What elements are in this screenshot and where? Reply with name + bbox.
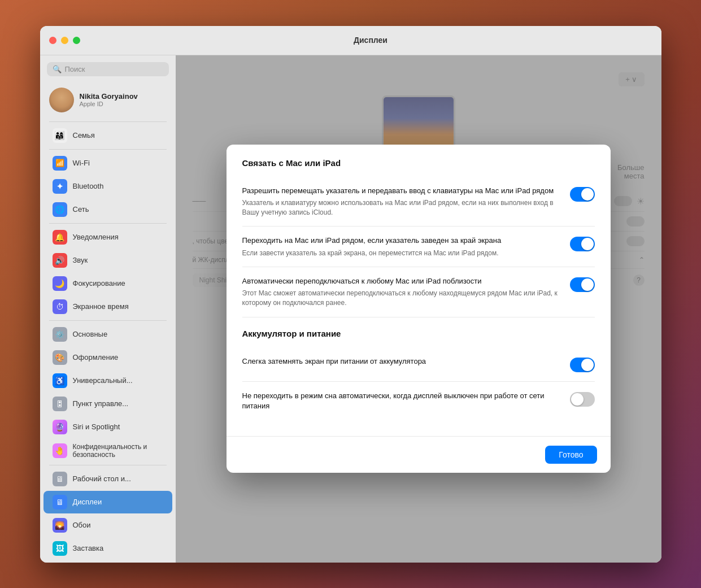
section-separator bbox=[242, 317, 595, 329]
sidebar-item-wallpaper[interactable]: 🌄 Обои bbox=[43, 514, 172, 537]
basic-icon: ⚙️ bbox=[53, 327, 67, 342]
sidebar-item-desktop[interactable]: 🖥 Рабочий стол и... bbox=[43, 468, 172, 490]
modal-item-goto-edge: Переходить на Mac или iPad рядом, если у… bbox=[242, 227, 595, 267]
section2-title: Аккумулятор и питание bbox=[242, 329, 595, 338]
user-info: Nikita Goryainov Apple ID bbox=[80, 92, 138, 107]
modal-overlay: Связать с Mac или iPad Разрешить перемещ… bbox=[176, 55, 661, 563]
toggle-auto-reconnect[interactable] bbox=[570, 277, 595, 292]
modal-item-text: Не переходить в режим сна автоматически,… bbox=[242, 391, 559, 413]
item3-title: Автоматически переподключаться к любому … bbox=[242, 276, 559, 286]
sound-icon: 🔊 bbox=[53, 253, 67, 268]
modal-item-text: Переходить на Mac или iPad рядом, если у… bbox=[242, 236, 559, 258]
sidebar-item-battery[interactable]: 🔋 Аккумулятор bbox=[43, 560, 172, 563]
screensaver-icon: 🖼 bbox=[53, 541, 67, 556]
minimize-button[interactable] bbox=[61, 37, 68, 44]
main-window: Дисплеи 🔍 Поиск Nikita Goryainov Apple I… bbox=[40, 26, 661, 563]
network-icon: 🌐 bbox=[53, 202, 67, 217]
sidebar-item-network[interactable]: 🌐 Сеть bbox=[43, 198, 172, 221]
siri-icon: 🔮 bbox=[53, 420, 67, 434]
notifications-icon: 🔔 bbox=[53, 230, 67, 245]
sidebar-item-appearance[interactable]: 🎨 Оформление bbox=[43, 346, 172, 369]
focus-icon: 🌙 bbox=[53, 276, 67, 291]
toggle-allow-pointer[interactable] bbox=[570, 187, 595, 202]
privacy-icon: 🤚 bbox=[53, 443, 67, 458]
sidebar-item-siri[interactable]: 🔮 Siri и Spotlight bbox=[43, 416, 172, 438]
content-area: 🔍 Поиск Nikita Goryainov Apple ID 👨‍👩‍👧 … bbox=[40, 55, 661, 563]
sidebar-item-label: Фокусирование bbox=[73, 279, 125, 288]
search-icon: 🔍 bbox=[53, 65, 62, 73]
sidebar-item-notifications[interactable]: 🔔 Уведомления bbox=[43, 226, 172, 249]
user-name: Nikita Goryainov bbox=[80, 92, 138, 101]
toggle-thumb bbox=[581, 238, 594, 250]
item1-desc: Указатель и клавиатуру можно использоват… bbox=[242, 198, 559, 217]
sidebar-item-universal[interactable]: ♿ Универсальный... bbox=[43, 369, 172, 392]
sidebar-item-displays[interactable]: 🖥 Дисплеи bbox=[43, 491, 172, 513]
sidebar-item-screentime[interactable]: ⏱ Экранное время bbox=[43, 295, 172, 318]
modal-item-no-sleep: Не переходить в режим сна автоматически,… bbox=[242, 382, 595, 423]
sidebar-item-label: Wi-Fi bbox=[73, 159, 90, 167]
toggle-thumb bbox=[581, 278, 594, 291]
sidebar-item-label: Уведомления bbox=[73, 233, 119, 241]
sidebar-item-label: Звук bbox=[73, 256, 88, 264]
toggle-thumb bbox=[581, 188, 594, 201]
modal-item-allow-pointer: Разрешить перемещать указатель и передав… bbox=[242, 177, 595, 227]
modal-item-text: Автоматически переподключаться к любому … bbox=[242, 276, 559, 308]
sidebar-item-control[interactable]: 🎛 Пункт управле... bbox=[43, 393, 172, 415]
sidebar-item-basic[interactable]: ⚙️ Основные bbox=[43, 323, 172, 346]
family-icon: 👨‍👩‍👧 bbox=[53, 128, 67, 143]
sidebar-item-bluetooth[interactable]: ✦ Bluetooth bbox=[43, 175, 172, 198]
sidebar-item-semya[interactable]: 👨‍👩‍👧 Семья bbox=[43, 124, 172, 147]
modal-item-text: Разрешить перемещать указатель и передав… bbox=[242, 186, 559, 217]
sidebar-item-label: Основные bbox=[73, 330, 108, 338]
modal-item-auto-reconnect: Автоматически переподключаться к любому … bbox=[242, 267, 595, 317]
search-input[interactable]: Поиск bbox=[65, 65, 85, 73]
search-bar[interactable]: 🔍 Поиск bbox=[47, 62, 169, 76]
item5-title: Не переходить в режим сна автоматически,… bbox=[242, 391, 559, 411]
sidebar-item-label: Bluetooth bbox=[73, 182, 104, 190]
item2-desc: Если завести указатель за край экрана, о… bbox=[242, 249, 559, 258]
modal-footer: Готово bbox=[227, 436, 611, 473]
sidebar-item-label: Обои bbox=[73, 521, 91, 529]
sidebar-item-label: Экранное время bbox=[73, 302, 129, 311]
item1-title: Разрешить перемещать указатель и передав… bbox=[242, 186, 559, 196]
sidebar-item-label: Универсальный... bbox=[73, 376, 133, 385]
modal-content: Связать с Mac или iPad Разрешить перемещ… bbox=[227, 145, 611, 437]
sidebar-item-sound[interactable]: 🔊 Звук bbox=[43, 249, 172, 272]
sidebar-divider5 bbox=[49, 465, 167, 465]
universal-icon: ♿ bbox=[53, 373, 67, 388]
sidebar-divider4 bbox=[49, 320, 167, 321]
modal-dialog: Связать с Mac или iPad Разрешить перемещ… bbox=[227, 145, 611, 473]
toggle-goto-edge[interactable] bbox=[570, 237, 595, 251]
titlebar: Дисплеи bbox=[40, 26, 661, 55]
modal-item-dim-battery: Слегка затемнять экран при питании от ак… bbox=[242, 347, 595, 382]
wallpaper-icon: 🌄 bbox=[53, 518, 67, 533]
toggle-thumb bbox=[571, 393, 584, 406]
traffic-lights bbox=[49, 37, 80, 44]
done-button[interactable]: Готово bbox=[545, 446, 596, 464]
sidebar-item-focus[interactable]: 🌙 Фокусирование bbox=[43, 272, 172, 295]
sidebar-item-label: Пункт управле... bbox=[73, 399, 129, 408]
user-profile[interactable]: Nikita Goryainov Apple ID bbox=[40, 83, 176, 117]
screentime-icon: ⏱ bbox=[53, 299, 67, 314]
toggle-thumb bbox=[581, 359, 594, 371]
maximize-button[interactable] bbox=[73, 37, 80, 44]
sidebar-item-label: Оформление bbox=[73, 353, 119, 361]
toggle-dim-battery[interactable] bbox=[570, 358, 595, 372]
sidebar-item-label: Siri и Spotlight bbox=[73, 423, 120, 431]
wifi-icon: 📶 bbox=[53, 156, 67, 171]
toggle-no-sleep[interactable] bbox=[570, 392, 595, 407]
window-title: Дисплеи bbox=[89, 36, 652, 45]
sidebar-divider2 bbox=[49, 149, 167, 150]
sidebar-item-privacy[interactable]: 🤚 Конфиденциальность и безопасность bbox=[43, 439, 172, 463]
sidebar: 🔍 Поиск Nikita Goryainov Apple ID 👨‍👩‍👧 … bbox=[40, 55, 176, 563]
bluetooth-icon: ✦ bbox=[53, 179, 67, 194]
sidebar-item-label: Конфиденциальность и безопасность bbox=[73, 443, 163, 459]
sidebar-divider3 bbox=[49, 223, 167, 224]
close-button[interactable] bbox=[49, 37, 56, 44]
main-panel: + ∨ Большеместа —— ☀ bbox=[176, 55, 661, 563]
sidebar-item-wifi[interactable]: 📶 Wi-Fi bbox=[43, 152, 172, 175]
sidebar-item-screensaver[interactable]: 🖼 Заставка bbox=[43, 537, 172, 560]
item2-title: Переходить на Mac или iPad рядом, если у… bbox=[242, 236, 559, 246]
section1-title: Связать с Mac или iPad bbox=[242, 158, 595, 168]
sidebar-item-label: Семья bbox=[73, 131, 95, 140]
